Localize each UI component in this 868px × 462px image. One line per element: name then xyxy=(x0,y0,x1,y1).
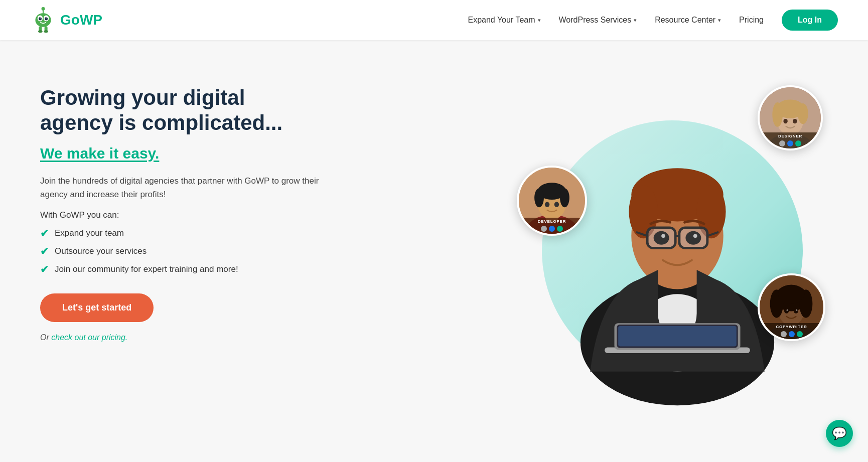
header: GoWP Expand Your Team ▾ WordPress Servic… xyxy=(0,0,868,40)
or-label: Or xyxy=(40,333,49,342)
checkmark-icon-2: ✔ xyxy=(40,245,49,257)
nav-resource-center[interactable]: Resource Center ▾ xyxy=(655,16,721,25)
developer-icon-3 xyxy=(557,226,563,232)
gowp-logo-icon xyxy=(30,7,56,33)
nav-pricing-label: Pricing xyxy=(739,16,764,25)
developer-label: DEVELOPER xyxy=(519,218,585,224)
designer-profile-card: DESIGNER xyxy=(758,85,823,150)
svg-point-41 xyxy=(554,202,559,207)
copywriter-label: COPYWRITER xyxy=(760,323,823,330)
checklist-item-2-label: Outsource your services xyxy=(55,246,147,256)
svg-point-12 xyxy=(44,30,48,33)
logo[interactable]: GoWP xyxy=(30,7,102,33)
pricing-link[interactable]: check out our pricing. xyxy=(51,333,127,342)
wordpress-services-chevron-icon: ▾ xyxy=(634,17,637,24)
checklist-item-3: ✔ Join our community for expert training… xyxy=(40,263,321,275)
checklist-item-1-label: Expand your team xyxy=(55,228,124,238)
svg-point-61 xyxy=(787,310,788,311)
hero-description: Join the hundreds of digital agencies th… xyxy=(40,174,321,201)
developer-icon-1 xyxy=(541,226,547,232)
resource-center-chevron-icon: ▾ xyxy=(718,17,721,24)
designer-icon-3 xyxy=(795,140,801,146)
svg-point-59 xyxy=(784,308,789,313)
nav-resource-center-label: Resource Center xyxy=(655,16,715,25)
nav-expand-team-label: Expand Your Team xyxy=(468,16,535,25)
copywriter-icon-3 xyxy=(797,331,803,337)
hero-left: Growing your digital agency is complicat… xyxy=(40,70,321,342)
svg-point-11 xyxy=(38,30,43,33)
svg-rect-32 xyxy=(618,326,737,347)
copywriter-icon-1 xyxy=(781,331,787,337)
nav-expand-team[interactable]: Expand Your Team ▾ xyxy=(468,16,540,25)
svg-point-40 xyxy=(545,202,549,207)
logo-text: GoWP xyxy=(60,12,102,28)
svg-point-49 xyxy=(783,119,787,123)
chat-icon: 💬 xyxy=(832,426,847,440)
svg-point-39 xyxy=(560,188,569,207)
svg-point-60 xyxy=(794,308,798,313)
checklist-item-1: ✔ Expand your team xyxy=(40,227,321,239)
svg-point-28 xyxy=(693,234,697,238)
checklist-item-3-label: Join our community for expert training a… xyxy=(55,264,238,274)
developer-profile-card: DEVELOPER xyxy=(517,166,587,236)
checkmark-icon-1: ✔ xyxy=(40,227,49,239)
hero-section: Growing your digital agency is complicat… xyxy=(0,40,868,462)
nav-pricing[interactable]: Pricing xyxy=(739,16,764,25)
copywriter-profile-card: COPYWRITER xyxy=(758,273,825,341)
svg-point-25 xyxy=(654,231,669,245)
designer-label: DESIGNER xyxy=(760,132,821,139)
hero-can-title: With GoWP you can: xyxy=(40,210,321,220)
chat-button[interactable]: 💬 xyxy=(826,420,853,447)
main-nav: Expand Your Team ▾ WordPress Services ▾ … xyxy=(468,10,838,31)
svg-point-27 xyxy=(661,234,665,238)
hero-tagline: We make it easy. xyxy=(40,145,321,162)
svg-point-48 xyxy=(798,103,808,124)
svg-point-2 xyxy=(35,13,51,27)
checkmark-icon-3: ✔ xyxy=(40,263,49,275)
svg-point-7 xyxy=(40,18,41,19)
hero-headline: Growing your digital agency is complicat… xyxy=(40,85,321,136)
svg-point-50 xyxy=(793,119,797,123)
designer-icon-1 xyxy=(779,140,785,146)
hero-illustration: DEVELOPER xyxy=(517,65,828,396)
get-started-button[interactable]: Let's get started xyxy=(40,293,154,322)
svg-point-58 xyxy=(778,285,805,304)
svg-point-0 xyxy=(42,7,45,11)
or-pricing-text: Or check out our pricing. xyxy=(40,333,321,342)
svg-point-26 xyxy=(685,231,701,245)
svg-point-38 xyxy=(534,188,544,207)
login-button[interactable]: Log In xyxy=(782,10,838,31)
hero-checklist: ✔ Expand your team ✔ Outsource your serv… xyxy=(40,227,321,275)
svg-point-8 xyxy=(46,18,47,19)
copywriter-icon-2 xyxy=(789,331,795,337)
nav-wordpress-services[interactable]: WordPress Services ▾ xyxy=(559,16,637,25)
svg-point-47 xyxy=(772,102,783,127)
developer-icon-2 xyxy=(549,226,555,232)
nav-wordpress-services-label: WordPress Services xyxy=(559,16,632,25)
svg-point-62 xyxy=(796,310,797,311)
designer-icon-2 xyxy=(787,140,793,146)
expand-team-chevron-icon: ▾ xyxy=(538,17,541,24)
checklist-item-2: ✔ Outsource your services xyxy=(40,245,321,257)
